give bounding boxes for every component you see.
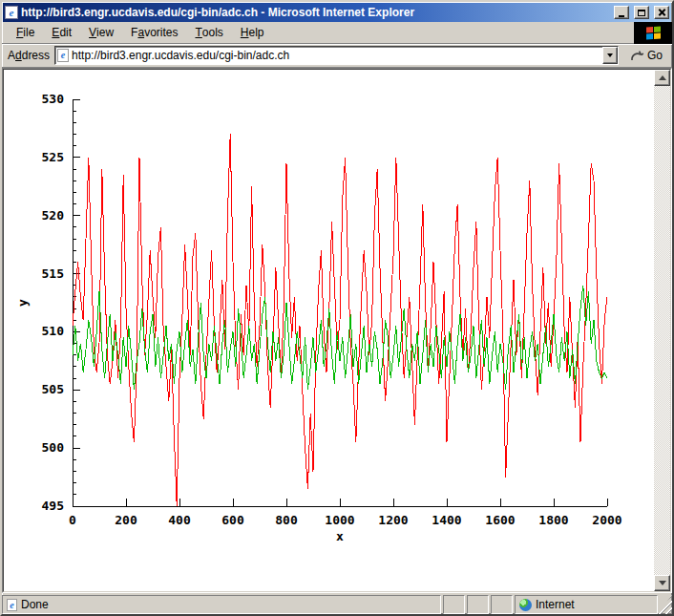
resize-grip[interactable] bbox=[658, 595, 672, 614]
status-bar: Done Internet bbox=[2, 593, 672, 614]
close-button[interactable] bbox=[654, 6, 669, 19]
scrollbar-track[interactable] bbox=[654, 86, 670, 575]
close-icon bbox=[658, 9, 666, 16]
ie-page-icon bbox=[5, 6, 18, 19]
svg-text:520: 520 bbox=[42, 208, 65, 223]
chart: 4955005055105155205255300200400600800100… bbox=[4, 70, 653, 591]
go-label: Go bbox=[647, 49, 663, 62]
throbber bbox=[634, 22, 672, 44]
status-text: Done bbox=[21, 598, 49, 611]
address-label: Address bbox=[8, 49, 50, 62]
windows-flag-icon bbox=[646, 26, 661, 39]
ie-page-icon bbox=[57, 49, 69, 62]
page-viewport: 4955005055105155205255300200400600800100… bbox=[3, 69, 671, 592]
svg-text:600: 600 bbox=[221, 513, 244, 527]
svg-text:x: x bbox=[336, 529, 344, 543]
svg-text:510: 510 bbox=[42, 324, 65, 338]
scroll-up-icon bbox=[659, 72, 666, 80]
menu-item-tools[interactable]: Tools bbox=[186, 22, 231, 43]
svg-text:y: y bbox=[15, 299, 30, 307]
svg-text:515: 515 bbox=[42, 266, 64, 281]
line-chart: 4955005055105155205255300200400600800100… bbox=[4, 70, 653, 590]
svg-text:500: 500 bbox=[42, 440, 65, 455]
svg-text:1000: 1000 bbox=[325, 513, 354, 527]
svg-text:495: 495 bbox=[42, 499, 64, 513]
menu-item-file[interactable]: File bbox=[8, 22, 43, 43]
menu-bar: FileEditViewFavoritesToolsHelp bbox=[2, 22, 672, 44]
status-message-pane: Done bbox=[2, 595, 441, 614]
svg-text:2000: 2000 bbox=[592, 513, 621, 527]
globe-icon bbox=[519, 599, 532, 611]
chevron-down-icon bbox=[607, 53, 613, 60]
svg-text:1600: 1600 bbox=[485, 513, 515, 527]
go-button[interactable]: Go bbox=[623, 45, 669, 66]
go-arrow-icon bbox=[630, 49, 644, 62]
menu-item-view[interactable]: View bbox=[80, 22, 122, 43]
svg-text:1800: 1800 bbox=[538, 513, 568, 527]
svg-text:200: 200 bbox=[115, 513, 137, 527]
status-pane-2 bbox=[467, 595, 489, 614]
address-input[interactable]: http://bird3.engr.ucdavis.edu/cgi-bin/ad… bbox=[54, 46, 619, 65]
menu-item-favorites[interactable]: Favorites bbox=[122, 22, 186, 43]
svg-text:530: 530 bbox=[42, 92, 65, 106]
svg-text:0: 0 bbox=[69, 513, 76, 527]
browser-window: http://bird3.engr.ucdavis.edu/cgi-bin/ad… bbox=[0, 0, 674, 616]
content-area: 4955005055105155205255300200400600800100… bbox=[2, 68, 672, 593]
maximize-button[interactable] bbox=[634, 6, 649, 19]
address-url-text: http://bird3.engr.ucdavis.edu/cgi-bin/ad… bbox=[72, 49, 600, 62]
svg-text:1200: 1200 bbox=[378, 513, 408, 527]
vertical-scrollbar[interactable] bbox=[654, 70, 670, 591]
ie-page-icon bbox=[7, 599, 17, 611]
minimize-icon bbox=[619, 15, 624, 17]
svg-text:800: 800 bbox=[275, 513, 298, 527]
address-bar: Address http://bird3.engr.ucdavis.edu/cg… bbox=[2, 44, 672, 68]
minimize-button[interactable] bbox=[614, 6, 629, 19]
svg-text:1400: 1400 bbox=[432, 513, 461, 527]
zone-text: Internet bbox=[536, 598, 575, 611]
svg-text:505: 505 bbox=[42, 382, 64, 396]
menu-item-edit[interactable]: Edit bbox=[43, 22, 80, 43]
menu-item-help[interactable]: Help bbox=[232, 22, 273, 43]
status-pane-1 bbox=[443, 595, 465, 614]
svg-text:525: 525 bbox=[42, 150, 64, 164]
scroll-up-button[interactable] bbox=[654, 70, 670, 86]
maximize-icon bbox=[638, 10, 645, 16]
web-page: 4955005055105155205255300200400600800100… bbox=[4, 70, 654, 591]
window-title: http://bird3.engr.ucdavis.edu/cgi-bin/ad… bbox=[21, 6, 609, 19]
scroll-down-button[interactable] bbox=[654, 575, 670, 591]
scroll-down-icon bbox=[659, 581, 666, 589]
title-bar[interactable]: http://bird3.engr.ucdavis.edu/cgi-bin/ad… bbox=[3, 3, 671, 22]
svg-text:400: 400 bbox=[168, 513, 191, 527]
status-pane-3 bbox=[491, 595, 513, 614]
security-zone-pane: Internet bbox=[515, 595, 658, 614]
address-dropdown-button[interactable] bbox=[602, 47, 618, 64]
